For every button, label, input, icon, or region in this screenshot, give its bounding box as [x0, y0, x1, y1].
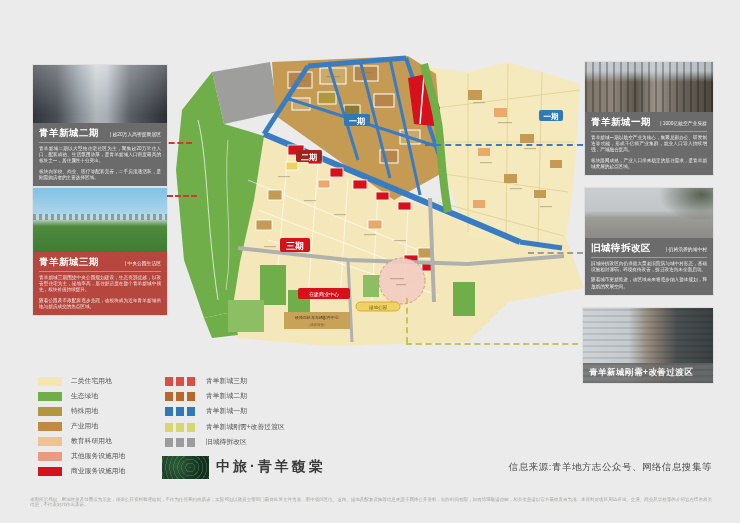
svg-text:铁路局机车车辆配件中心: 铁路局机车车辆配件中心 [294, 315, 339, 320]
svg-text:绿地公园: 绿地公园 [369, 305, 387, 310]
leader-phase3 [167, 195, 197, 197]
legend-item: 青羊新城二期 [165, 391, 247, 401]
card-oldtown: 旧城待拆改区 | 仍将沿袭的城中村 旧城待拆改区内仍保留大量老旧院落与城中村形态… [585, 188, 713, 295]
svg-text:三期: 三期 [286, 241, 304, 251]
oldtown-photo [585, 188, 713, 238]
leader-transition-horizontal [406, 343, 578, 345]
legend-swatch [38, 437, 62, 446]
card-phase1: 青羊新城一期 | 1000亿航空产业集群 青羊新城一期以航空产业为核心，集聚总部… [585, 62, 713, 175]
oldtown-subtitle: | 仍将沿袭的城中村 [666, 246, 707, 252]
legend-item: 商业服务设施用地 [38, 466, 125, 476]
legend-swatch [38, 392, 62, 401]
phase2-badge: 二期 [296, 150, 322, 162]
legend-item: 青羊新城三期 [165, 376, 247, 386]
tan-banner: 铁路局机车车辆配件中心 （现状保留） [284, 312, 350, 329]
svg-text:二期: 二期 [301, 153, 317, 162]
legend-swatch [165, 407, 197, 416]
legend-swatch [165, 423, 197, 432]
yellow-badge: 绿地公园 [356, 302, 400, 311]
brand-logo-image [162, 456, 209, 479]
card-phase2: 青羊新城二期 | 超20万人高密度聚居区 青羊新城二期以大型纯住宅社区为主，聚集… [33, 65, 167, 186]
legend-item: 青羊新城一期 [165, 406, 247, 416]
transition-title: 青羊新城刚需+改善过渡区 [583, 363, 713, 383]
card-transition: 青羊新城刚需+改善过渡区 [583, 308, 713, 383]
legend-swatch [38, 452, 62, 461]
phase3-body-1: 青羊新城三期围绕中央公园规划建设，生态资源优越，以改善型住宅为主，绿地率高，居住… [39, 275, 161, 294]
legend-swatch [38, 407, 62, 416]
svg-text:一期: 一期 [544, 112, 560, 121]
legend-item: 教育科研用地 [38, 436, 112, 446]
phase3-title: 青羊新城三期 [39, 256, 99, 269]
legend-swatch [38, 467, 62, 476]
info-source: 信息来源:青羊地方志公众号、网络信息搜集等 [509, 461, 712, 474]
land-use-map: 在建商业中心 绿地公园 铁路局机车车辆配件中心 （现状保留） 一期 一期 二期 … [168, 50, 588, 350]
legend-item: 青羊新城刚需+改善过渡区 [165, 422, 285, 432]
phase1-subtitle: | 1000亿航空产业集群 [660, 120, 707, 126]
legend-swatch [165, 377, 197, 386]
phase1-body-2: 板块路网成熟，产业人口带来稳定的居住需求，是青羊新城发展的起点区域。 [591, 158, 707, 170]
legend-swatch [165, 392, 197, 401]
leader-phase1 [425, 144, 583, 146]
phase3-body-2: 随着公园及市政配套逐步兑现，该板块成为近年青羊新城供地与新房成交的热点区域。 [39, 298, 161, 310]
phase1-body-1: 青羊新城一期以航空产业为核心，集聚总部办公、研发制造等功能，形成千亿级产业集群，… [591, 135, 707, 154]
transition-photo: 青羊新城刚需+改善过渡区 [583, 308, 713, 383]
phase2-subtitle: | 超20万人高密度聚居区 [110, 131, 161, 137]
legend-swatch [165, 438, 197, 447]
legend-item: 旧城待拆改区 [165, 437, 247, 447]
phase2-body-1: 青羊新城二期以大型纯住宅社区为主，聚集超20万常住人口，配套成熟、生活氛围浓厚，… [39, 146, 161, 165]
leader-transition-vertical [406, 298, 408, 343]
red-banner: 在建商业中心 [298, 288, 350, 299]
phase3-badge: 三期 [280, 238, 310, 252]
phase2-photo [33, 65, 167, 123]
disclaimer-text: 本图所示规划、用地性质及范围仅为示意，根据公开资料整理绘制，不作为任何要约或承诺… [30, 497, 712, 508]
oldtown-body-2: 随着城市更新推进，该区域未来将逐步纳入整体规划，释放新的发展空间。 [591, 277, 707, 289]
svg-text:（现状保留）: （现状保留） [307, 323, 328, 327]
transition-area-circle [379, 258, 425, 304]
phase1-title: 青羊新城一期 [591, 116, 651, 129]
phase3-photo [33, 188, 167, 252]
phase1-photo [585, 62, 713, 112]
infographic-page: 在建商业中心 绿地公园 铁路局机车车辆配件中心 （现状保留） 一期 一期 二期 … [0, 0, 740, 523]
legend-item: 生态绿地 [38, 391, 98, 401]
card-phase3: 青羊新城三期 | 中央公园生活区 青羊新城三期围绕中央公园规划建设，生态资源优越… [33, 188, 167, 315]
phase2-body-2: 板块内学校、商业、医疗等配套完善，二手房流通活跃，是刚需购房者的主要选择区域。 [39, 169, 161, 181]
legend-item: 其他服务设施用地 [38, 451, 125, 461]
svg-text:一期: 一期 [349, 117, 365, 126]
legend-item: 产业用地 [38, 421, 98, 431]
leader-oldtown [528, 252, 583, 254]
phase2-title: 青羊新城二期 [39, 127, 99, 140]
brand-logo-text: 中旅·青羊馥棠 [216, 458, 326, 476]
phase1-badge: 一期 [344, 114, 370, 126]
special-gray-parcel [212, 62, 278, 124]
phase1-badge-2: 一期 [539, 110, 563, 121]
oldtown-body-1: 旧城待拆改区内仍保留大量老旧院落与城中村形态，基础设施相对薄弱，环境有待改善，拆… [591, 261, 707, 273]
legend-item: 特殊用地 [38, 406, 98, 416]
phase3-subtitle: | 中央公园生活区 [125, 260, 161, 266]
legend-swatch [38, 422, 62, 431]
svg-text:在建商业中心: 在建商业中心 [309, 291, 339, 298]
legend-item: 二类住宅用地 [38, 376, 112, 386]
legend-swatch [38, 377, 62, 386]
oldtown-title: 旧城待拆改区 [591, 242, 651, 255]
